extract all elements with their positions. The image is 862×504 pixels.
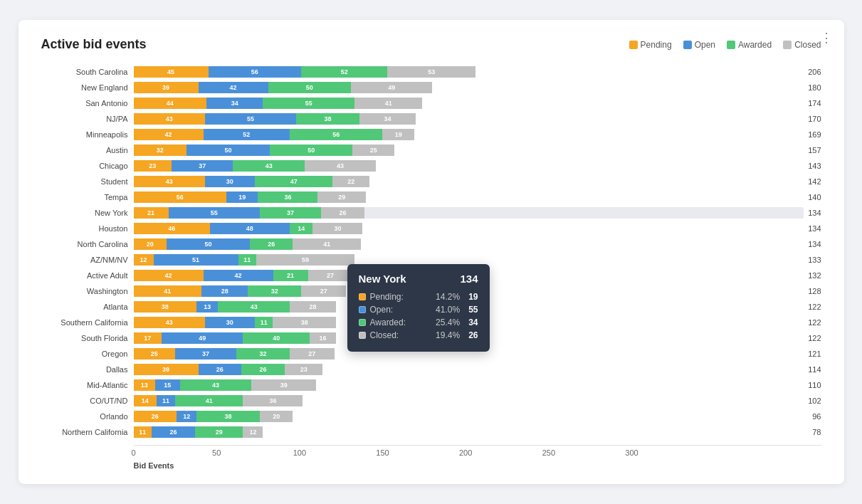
- bar-segment-awarded: 37: [260, 207, 321, 219]
- chart-row: Student43304722142: [41, 174, 821, 189]
- tooltip-val: 34: [468, 317, 478, 327]
- chart-row: New England39425049180: [41, 80, 821, 95]
- bar-segment-pending: 42: [134, 129, 204, 140]
- bar-segment-awarded: 38: [196, 411, 260, 422]
- bar-segment-pending: 20: [134, 238, 167, 250]
- bar-total: 206: [808, 68, 821, 76]
- bar-segment-closed: 39: [251, 379, 316, 391]
- bar-container: 14114136: [134, 395, 804, 406]
- bar-segment-awarded: 41: [175, 395, 243, 406]
- bar-container: 56193629: [134, 191, 804, 203]
- row-label: Oregon: [41, 350, 134, 358]
- bar-total: 180: [808, 83, 821, 92]
- bar-segment-closed: 27: [301, 285, 346, 297]
- bar-total: 170: [808, 115, 821, 123]
- bar-segment-closed: 34: [359, 113, 416, 125]
- bar-segment-pending: 23: [134, 160, 172, 172]
- tooltip-row-left: Open:: [359, 305, 394, 315]
- tooltip-header: New York 134: [359, 273, 478, 285]
- chart-body: South Carolina45565253206New England3942…: [41, 65, 821, 441]
- chart-row: NJ/PA43553834170: [41, 112, 821, 126]
- chart-title: Active bid events: [41, 37, 147, 52]
- bar-total: 169: [808, 130, 821, 139]
- chart-header: Active bid events PendingOpenAwardedClos…: [41, 37, 821, 52]
- bar-segment-pending: 14: [134, 395, 157, 406]
- chart-row: North Carolina20502641134: [41, 237, 821, 251]
- bar-segment-awarded: 32: [248, 285, 301, 297]
- x-tick: 0: [131, 448, 135, 457]
- tooltip-pct: 41.0%: [436, 305, 460, 315]
- bar-segment-open: 30: [205, 176, 255, 187]
- bar-container: 43304722: [134, 176, 804, 187]
- chart-row: Chicago23374343143: [41, 159, 821, 173]
- axis-label: Bid Events: [134, 461, 821, 470]
- chart-row: Northern California1126291278: [41, 425, 821, 439]
- x-tick: 150: [376, 448, 389, 457]
- bar-segment-open: 52: [204, 129, 290, 140]
- bar-segment-closed: 53: [387, 66, 475, 78]
- tooltip-val: 26: [468, 330, 478, 340]
- bar-segment-closed: 23: [285, 364, 323, 375]
- bar-segment-open: 42: [199, 82, 268, 93]
- x-tick: 200: [459, 448, 472, 457]
- bar-segment-pending: 25: [134, 348, 175, 359]
- bar-total: 114: [808, 365, 821, 374]
- row-label: Southern California: [41, 318, 134, 327]
- bar-segment-pending: 32: [134, 145, 187, 156]
- bar-segment-awarded: 43: [180, 379, 251, 391]
- bar-segment-awarded: 26: [241, 364, 285, 375]
- chart-row: Austin32505025157: [41, 143, 821, 157]
- bar-segment-pending: 43: [134, 176, 205, 187]
- row-label: Houston: [41, 224, 134, 233]
- bar-segment-closed: 26: [321, 207, 364, 219]
- bar-segment-pending: 39: [134, 364, 199, 375]
- bar-segment-awarded: 43: [233, 160, 304, 172]
- bar-container: 42525619: [134, 129, 804, 140]
- bar-segment-awarded: 11: [255, 317, 273, 328]
- bar-segment-awarded: 55: [263, 98, 354, 109]
- bar-container: 20502641: [134, 238, 804, 250]
- bar-segment-awarded: 40: [243, 332, 309, 344]
- row-label: South Carolina: [41, 68, 134, 76]
- bar-total: 143: [808, 162, 821, 170]
- bar-segment-pending: 13: [134, 379, 155, 391]
- chart-row: New York21553726134: [41, 206, 821, 220]
- bar-segment-open: 37: [175, 348, 236, 359]
- bar-segment-closed: 16: [310, 332, 336, 344]
- bar-segment-closed: 36: [243, 395, 303, 406]
- bar-container: 39425049: [134, 82, 804, 93]
- bar-total: 96: [812, 412, 821, 421]
- bar-total: 122: [808, 318, 821, 327]
- bar-container: 23374343: [134, 160, 804, 172]
- legend-dot: [783, 41, 792, 49]
- chart-row: Houston46481430134: [41, 221, 821, 236]
- bar-segment-pending: 46: [134, 223, 210, 234]
- bar-segment-pending: 45: [134, 66, 209, 78]
- tooltip-region: New York: [359, 273, 406, 285]
- bar-segment-awarded: 26: [250, 238, 293, 250]
- bar-segment-pending: 43: [134, 113, 205, 125]
- chart-row: Minneapolis42525619169: [41, 127, 821, 142]
- bar-segment-pending: 17: [134, 332, 162, 344]
- tooltip-pct: 25.4%: [436, 317, 460, 327]
- bar-segment-open: 37: [172, 160, 233, 172]
- tooltip-pct: 19.4%: [436, 330, 460, 340]
- row-label: NJ/PA: [41, 115, 134, 123]
- chart-legend: PendingOpenAwardedClosed: [629, 40, 821, 50]
- row-label: Washington: [41, 287, 134, 295]
- bar-segment-awarded: 50: [270, 145, 353, 156]
- legend-item-closed: Closed: [783, 40, 821, 50]
- tooltip-row-left: Awarded:: [359, 317, 406, 327]
- row-label: Tempa: [41, 193, 134, 201]
- bar-total: 134: [808, 240, 821, 248]
- bar-segment-open: 50: [186, 145, 270, 156]
- bar-segment-awarded: 50: [268, 82, 352, 93]
- more-button[interactable]: ⋮: [820, 31, 833, 44]
- chart-row: South Carolina45565253206: [41, 65, 821, 79]
- bar-segment-closed: 22: [332, 176, 369, 187]
- bar-segment-awarded: 32: [236, 348, 290, 359]
- bar-container: 43553834: [134, 113, 804, 125]
- tooltip-val: 55: [468, 305, 478, 315]
- bar-total: 121: [808, 350, 821, 358]
- row-label: Chicago: [41, 162, 134, 170]
